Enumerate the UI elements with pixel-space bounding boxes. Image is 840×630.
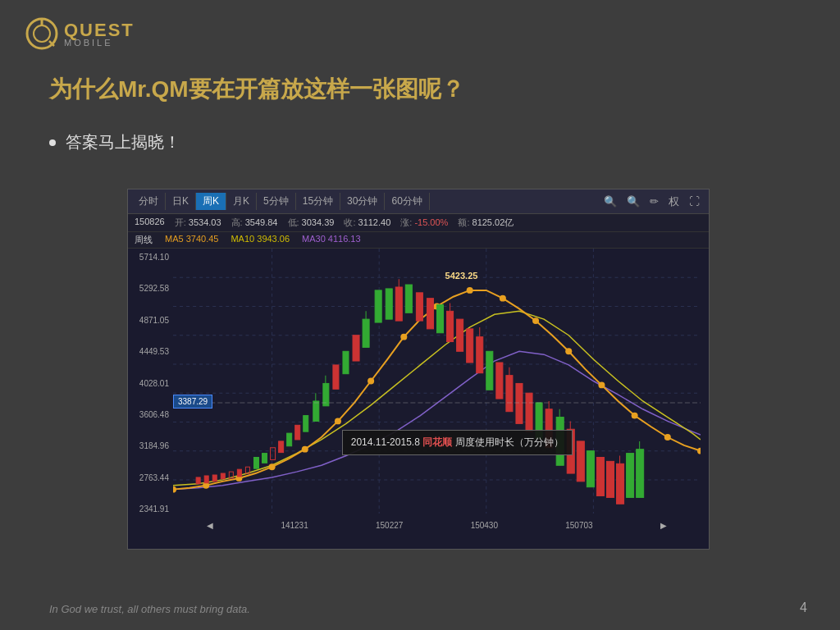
svg-rect-67: [457, 319, 463, 351]
bullet-text: 答案马上揭晓！: [66, 131, 180, 153]
y-label-8: 2763.44: [132, 473, 169, 482]
svg-rect-75: [516, 383, 523, 423]
tab-60分钟[interactable]: 60分钟: [385, 193, 429, 210]
tab-5分钟[interactable]: 5分钟: [257, 193, 296, 210]
svg-rect-57: [386, 289, 392, 319]
svg-point-32: [697, 448, 701, 454]
svg-rect-60: [405, 285, 412, 313]
svg-rect-45: [295, 425, 300, 440]
tab-分时[interactable]: 分时: [132, 193, 166, 210]
svg-point-25: [467, 287, 473, 294]
fullscreen-icon[interactable]: ⛶: [684, 194, 705, 209]
svg-rect-47: [313, 401, 319, 421]
x-label-3: 150227: [376, 521, 403, 530]
svg-rect-85: [587, 451, 594, 487]
authority-icon[interactable]: 权: [664, 193, 684, 211]
logo-mobile: MOBILE: [64, 38, 135, 48]
search-zoom-out-icon[interactable]: 🔍: [622, 194, 645, 209]
svg-rect-36: [221, 473, 225, 479]
svg-point-29: [598, 381, 605, 388]
chart-toolbar: 分时 日K 周K 月K 5分钟 15分钟 30分钟 60分钟 🔍 🔍 ✏ 权 ⛶: [128, 189, 709, 214]
footer-text: In God we trust, all others must bring d…: [49, 603, 250, 615]
x-label-1: ◀: [207, 521, 213, 530]
y-label-1: 5714.10: [132, 253, 169, 262]
svg-point-31: [664, 434, 671, 441]
svg-rect-44: [287, 433, 292, 446]
y-label-7: 3184.96: [132, 441, 169, 450]
page-number: 4: [800, 600, 807, 615]
svg-point-20: [302, 446, 308, 453]
svg-rect-46: [304, 416, 308, 432]
tab-15分钟[interactable]: 15分钟: [296, 193, 340, 210]
y-label-2: 5292.58: [132, 284, 169, 293]
svg-rect-90: [627, 454, 634, 498]
bullet-section: 答案马上揭晓！: [49, 131, 180, 153]
ma-indicators: 周线 MA5 3740.45 MA10 3943.06 MA30 4116.13: [128, 232, 709, 249]
svg-rect-76: [526, 393, 532, 431]
logo-area: QUEST MOBILE: [25, 16, 135, 51]
tab-周K[interactable]: 周K: [196, 193, 226, 210]
svg-rect-40: [253, 457, 258, 468]
x-label-6: ▶: [660, 521, 667, 530]
x-label-2: 141231: [281, 521, 308, 530]
y-axis: 5714.10 5292.58 4871.05 4449.53 4028.01 …: [128, 249, 173, 534]
x-label-4: 150430: [471, 521, 498, 530]
svg-point-1: [34, 25, 50, 42]
svg-point-23: [400, 334, 407, 340]
bullet-dot: [49, 139, 56, 146]
svg-point-26: [500, 295, 506, 302]
chart-svg: 5423.25: [173, 249, 701, 514]
y-label-5: 4028.01: [132, 379, 169, 388]
svg-point-27: [532, 317, 539, 324]
tab-30分钟[interactable]: 30分钟: [340, 193, 385, 210]
x-axis: ◀ 141231 150227 150430 150703 ▶: [173, 521, 701, 530]
y-label-4: 4449.53: [132, 347, 169, 356]
slide: QUEST MOBILE 为什么Mr.QM要在开篇放这样一张图呢？ 答案马上揭晓…: [0, 0, 840, 630]
quest-mobile-logo: [25, 16, 59, 51]
infobar-date: 150826: [135, 217, 165, 229]
svg-text:5423.25: 5423.25: [445, 271, 478, 281]
svg-rect-63: [427, 299, 433, 329]
chart-infobar: 150826 开: 3534.03 高: 3549.84 低: 3034.39 …: [128, 214, 709, 232]
tooltip-text: 周度使用时长（万分钟）: [455, 436, 564, 448]
svg-rect-38: [237, 469, 241, 477]
svg-rect-68: [467, 329, 473, 363]
search-zoom-in-icon[interactable]: 🔍: [599, 194, 622, 209]
svg-point-16: [173, 486, 176, 493]
svg-point-21: [335, 418, 341, 425]
svg-rect-72: [496, 363, 503, 399]
y-label-3: 4871.05: [132, 316, 169, 325]
svg-rect-51: [333, 365, 339, 389]
x-label-5: 150703: [565, 521, 592, 530]
highlighted-value-box: 3387.29: [173, 395, 212, 409]
svg-rect-33: [196, 477, 200, 484]
tooltip-brand: 同花顺: [422, 436, 452, 448]
svg-point-22: [368, 378, 374, 385]
svg-point-30: [632, 413, 638, 419]
y-label-9: 2341.91: [132, 504, 169, 514]
y-label-6: 3606.48: [132, 410, 169, 419]
svg-rect-86: [596, 457, 604, 495]
svg-rect-53: [353, 336, 359, 361]
svg-rect-41: [262, 454, 267, 463]
svg-rect-52: [343, 351, 349, 373]
logo-text: QUEST MOBILE: [64, 20, 135, 48]
svg-rect-56: [375, 290, 381, 322]
svg-rect-91: [637, 450, 644, 498]
svg-rect-34: [204, 476, 208, 483]
svg-point-19: [269, 463, 276, 470]
svg-rect-87: [606, 461, 614, 497]
svg-rect-42: [271, 448, 276, 460]
chart-tooltip: 2014.11-2015.8 同花顺 周度使用时长（万分钟）: [342, 430, 573, 455]
pencil-icon[interactable]: ✏: [645, 194, 664, 209]
chart-area: 5714.10 5292.58 4871.05 4449.53 4028.01 …: [128, 249, 709, 534]
svg-rect-84: [577, 441, 584, 482]
svg-point-28: [565, 348, 572, 354]
svg-rect-43: [279, 441, 284, 453]
svg-rect-64: [437, 305, 444, 333]
tab-月K[interactable]: 月K: [226, 193, 257, 210]
svg-rect-71: [486, 351, 493, 390]
svg-rect-62: [416, 293, 422, 321]
chart-plot: 5423.25: [173, 249, 701, 514]
tab-日K[interactable]: 日K: [166, 193, 196, 210]
